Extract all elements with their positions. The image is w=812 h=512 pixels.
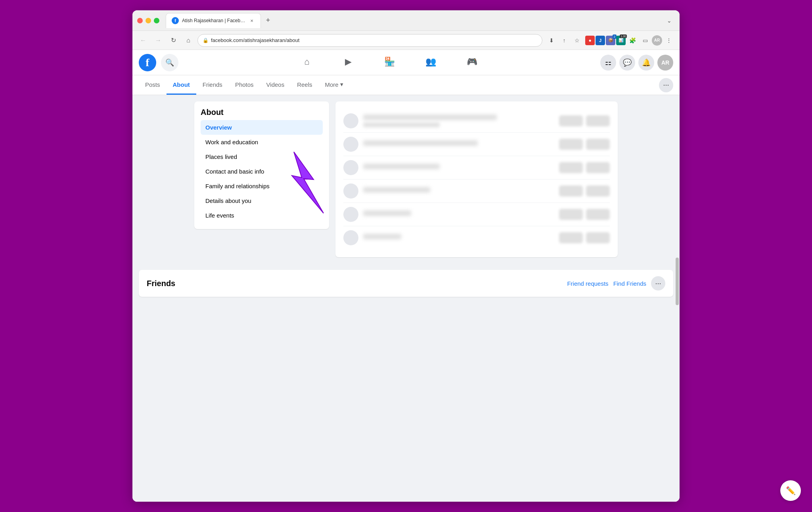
info-row-3 <box>343 156 610 180</box>
extension-icon-2[interactable]: J <box>596 36 605 45</box>
menu-button[interactable]: ⋮ <box>663 34 675 46</box>
info-actions-1 <box>559 115 610 126</box>
back-button[interactable]: ← <box>137 34 149 46</box>
about-menu-card: About Overview Work and education Places… <box>194 101 329 229</box>
info-content-5 <box>363 210 554 218</box>
main-content: About Overview Work and education Places… <box>132 95 680 502</box>
info-row-5 <box>343 203 610 226</box>
info-row-2 <box>343 133 610 156</box>
info-icon-6 <box>343 230 358 245</box>
info-actions-2 <box>559 139 610 150</box>
info-row-4 <box>343 180 610 203</box>
url-bar[interactable]: 🔒 facebook.com/atishrajasekharan/about <box>197 34 542 47</box>
download-button[interactable]: ⬇ <box>546 34 557 46</box>
nav-grid-button[interactable]: ⚏ <box>600 55 616 71</box>
menu-item-details[interactable]: Details about you <box>201 193 323 208</box>
info-row-6 <box>343 226 610 249</box>
find-friends-link[interactable]: Find Friends <box>613 280 646 287</box>
menu-item-work[interactable]: Work and education <box>201 135 323 149</box>
extension-icon-1[interactable]: ● <box>585 36 595 45</box>
tab-reels[interactable]: Reels <box>291 76 318 95</box>
tabs-more-button[interactable]: ··· <box>659 78 673 92</box>
info-icon-4 <box>343 183 358 199</box>
sidebar-button[interactable]: ▭ <box>639 34 651 46</box>
tab-about[interactable]: About <box>167 76 196 95</box>
extension-icon-3[interactable]: 📦 2 <box>606 36 615 45</box>
nav-profile-pic[interactable]: AR <box>657 55 673 71</box>
nav-marketplace-button[interactable]: 🏪 <box>370 52 409 73</box>
facebook-search-button[interactable]: 🔍 <box>161 54 178 71</box>
tab-title: Atish Rajasekharan | Facebook <box>182 18 245 23</box>
tab-videos[interactable]: Videos <box>260 76 291 95</box>
forward-button[interactable]: → <box>152 34 164 46</box>
nav-notifications-button[interactable]: 🔔 <box>638 55 654 71</box>
info-content-1 <box>363 115 554 127</box>
info-icon-1 <box>343 113 358 128</box>
friends-title: Friends <box>147 279 175 288</box>
nav-video-button[interactable]: ▶ <box>328 52 368 73</box>
chevron-down-icon: ▾ <box>340 81 343 88</box>
info-icon-5 <box>343 207 358 222</box>
info-icon-2 <box>343 137 358 152</box>
menu-item-overview[interactable]: Overview <box>201 120 323 135</box>
menu-item-places[interactable]: Places lived <box>201 149 323 164</box>
minimize-button[interactable] <box>146 18 151 23</box>
title-bar: f Atish Rajasekharan | Facebook ✕ + ⌄ <box>132 10 680 31</box>
info-actions-4 <box>559 185 610 197</box>
home-button[interactable]: ⌂ <box>182 34 194 46</box>
info-content-6 <box>363 234 554 242</box>
chevron-down-icon[interactable]: ⌄ <box>664 15 675 26</box>
nav-gaming-button[interactable]: 🎮 <box>452 52 492 73</box>
browser-actions: ⬇ ↑ ☆ ● J 📦 2 📊 1.00 🧩 ▭ AR ⋮ <box>546 34 675 46</box>
lock-icon: 🔒 <box>203 38 209 43</box>
friends-more-button[interactable]: ··· <box>651 276 665 290</box>
browser-profile-icon[interactable]: AR <box>652 35 662 46</box>
nav-messenger-button[interactable]: 💬 <box>619 55 635 71</box>
friends-section: Friends Friend requests Find Friends ··· <box>139 270 673 297</box>
about-content: About Overview Work and education Places… <box>188 95 624 270</box>
facebook-nav-right: ⚏ 💬 🔔 AR <box>600 55 673 71</box>
browser-window: f Atish Rajasekharan | Facebook ✕ + ⌄ ← … <box>132 10 680 502</box>
facebook-navbar: f 🔍 ⌂ ▶ 🏪 👥 🎮 ⚏ 💬 🔔 AR <box>132 50 680 75</box>
facebook-nav-center: ⌂ ▶ 🏪 👥 🎮 <box>182 52 597 73</box>
close-button[interactable] <box>137 18 143 23</box>
title-bar-right: ⌄ <box>664 15 675 26</box>
info-actions-5 <box>559 209 610 220</box>
friend-requests-link[interactable]: Friend requests <box>567 280 608 287</box>
about-menu-wrapper: Overview Work and education Places lived… <box>201 120 323 223</box>
tab-photos[interactable]: Photos <box>229 76 260 95</box>
facebook-logo[interactable]: f <box>139 54 156 71</box>
scrollbar-thumb[interactable] <box>676 258 679 305</box>
extension-icon-4[interactable]: 📊 1.00 <box>616 36 626 45</box>
info-content-2 <box>363 140 554 148</box>
menu-item-contact[interactable]: Contact and basic info <box>201 164 323 179</box>
new-tab-button[interactable]: + <box>262 15 274 26</box>
maximize-button[interactable] <box>154 18 159 23</box>
tab-more[interactable]: More ▾ <box>319 75 350 95</box>
about-sidebar: About Overview Work and education Places… <box>194 101 329 264</box>
extensions-button[interactable]: 🧩 <box>626 34 638 46</box>
menu-item-life-events[interactable]: Life events <box>201 208 323 223</box>
about-main <box>335 101 618 264</box>
tabs-right: ··· <box>659 78 673 92</box>
info-actions-6 <box>559 232 610 243</box>
nav-groups-button[interactable]: 👥 <box>411 52 450 73</box>
about-title: About <box>201 108 323 117</box>
url-text: facebook.com/atishrajasekharan/about <box>211 37 537 43</box>
tab-friends[interactable]: Friends <box>196 76 229 95</box>
traffic-lights <box>137 18 159 23</box>
menu-item-family[interactable]: Family and relationships <box>201 179 323 193</box>
refresh-button[interactable]: ↻ <box>167 34 179 46</box>
nav-home-button[interactable]: ⌂ <box>287 52 327 73</box>
address-bar: ← → ↻ ⌂ 🔒 facebook.com/atishrajasekharan… <box>132 31 680 50</box>
bookmark-button[interactable]: ☆ <box>571 34 583 46</box>
tab-posts[interactable]: Posts <box>139 76 167 95</box>
tab-bar: f Atish Rajasekharan | Facebook ✕ + <box>166 13 661 28</box>
tab-close-button[interactable]: ✕ <box>249 17 255 24</box>
share-button[interactable]: ↑ <box>558 34 570 46</box>
info-card <box>335 101 618 257</box>
scrollbar[interactable] <box>675 95 680 502</box>
active-tab[interactable]: f Atish Rajasekharan | Facebook ✕ <box>166 13 261 28</box>
info-content-3 <box>363 164 554 172</box>
friends-actions: Friend requests Find Friends ··· <box>567 276 665 290</box>
